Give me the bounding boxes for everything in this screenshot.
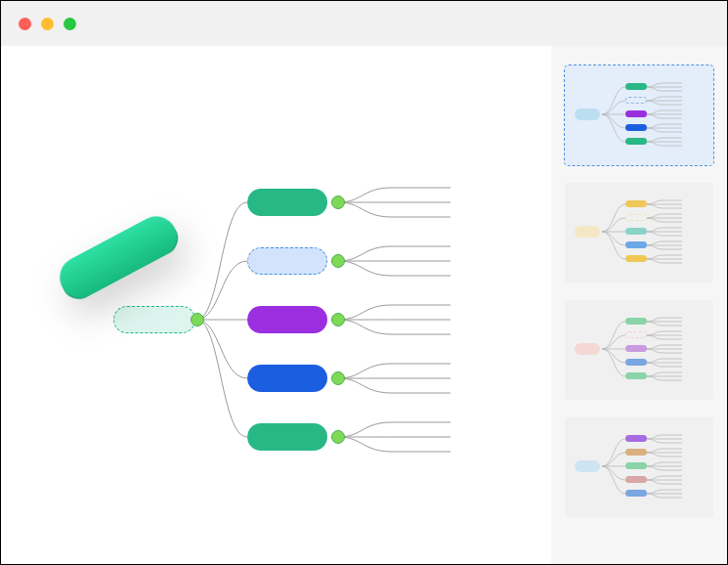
theme-option[interactable] <box>565 417 713 517</box>
theme-branch-swatch <box>625 359 647 366</box>
branch-connector-icon[interactable] <box>331 430 345 444</box>
theme-branch-swatch <box>625 228 647 235</box>
branch-node[interactable] <box>247 189 327 216</box>
theme-branch-swatch <box>625 138 647 145</box>
theme-branch-swatch <box>625 435 647 442</box>
app-window <box>0 0 728 565</box>
theme-branch-swatch <box>625 83 647 90</box>
root-node-ghost[interactable] <box>113 306 195 333</box>
theme-panel <box>551 46 727 564</box>
theme-branch-swatch <box>625 318 647 325</box>
theme-branch-swatch <box>625 241 647 248</box>
branch-node[interactable] <box>247 423 327 451</box>
theme-branch-swatch <box>625 449 647 456</box>
theme-branch-swatch <box>625 97 647 104</box>
theme-option[interactable] <box>565 65 713 165</box>
theme-branch-swatch <box>625 372 647 379</box>
theme-branch-swatch <box>625 200 647 207</box>
branch-connector-icon[interactable] <box>331 313 345 326</box>
content-area <box>1 46 727 564</box>
theme-branch-swatch <box>625 124 647 131</box>
theme-branch-swatch <box>625 345 647 352</box>
theme-branch-swatch <box>625 214 647 221</box>
theme-branch-swatch <box>625 490 647 497</box>
zoom-icon[interactable] <box>64 18 76 30</box>
branch-connector-icon[interactable] <box>331 196 345 209</box>
theme-branch-swatch <box>625 110 647 117</box>
connector-lines <box>1 46 553 564</box>
close-icon[interactable] <box>19 18 31 30</box>
root-node[interactable] <box>53 209 185 305</box>
window-titlebar <box>1 1 727 46</box>
theme-branch-swatch <box>625 476 647 483</box>
minimize-icon[interactable] <box>41 18 54 30</box>
branch-node[interactable] <box>247 365 327 392</box>
theme-option[interactable] <box>565 183 713 282</box>
theme-branch-swatch <box>625 255 647 262</box>
theme-branch-swatch <box>625 462 647 469</box>
branch-node[interactable] <box>247 247 327 275</box>
theme-option[interactable] <box>565 300 713 400</box>
mindmap-canvas[interactable] <box>1 46 551 564</box>
theme-branch-swatch <box>625 331 647 338</box>
branch-connector-icon[interactable] <box>331 254 345 268</box>
branch-connector-icon[interactable] <box>331 371 345 385</box>
root-connector-icon[interactable] <box>191 313 204 326</box>
branch-node[interactable] <box>247 306 327 333</box>
